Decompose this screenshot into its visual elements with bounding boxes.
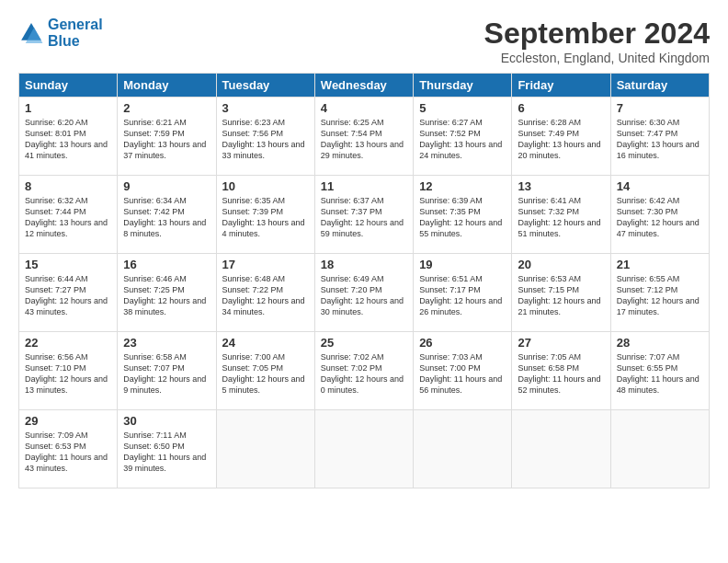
empty-cell xyxy=(216,410,314,488)
cell-info: Sunrise: 6:32 AMSunset: 7:44 PMDaylight:… xyxy=(25,195,111,240)
cell-info: Sunrise: 7:07 AMSunset: 6:55 PMDaylight:… xyxy=(617,351,703,396)
day-cell-28: 28Sunrise: 7:07 AMSunset: 6:55 PMDayligh… xyxy=(610,332,709,410)
day-number: 19 xyxy=(419,258,506,271)
day-number: 3 xyxy=(222,101,309,115)
cell-info: Sunrise: 7:05 AMSunset: 6:58 PMDaylight:… xyxy=(518,351,604,396)
day-number: 13 xyxy=(518,179,604,193)
day-cell-27: 27Sunrise: 7:05 AMSunset: 6:58 PMDayligh… xyxy=(512,332,610,410)
page: General Blue September 2024 Eccleston, E… xyxy=(0,0,728,563)
empty-cell xyxy=(610,410,709,488)
cell-info: Sunrise: 6:44 AMSunset: 7:27 PMDaylight:… xyxy=(25,273,111,318)
cell-info: Sunrise: 6:49 AMSunset: 7:20 PMDaylight:… xyxy=(321,273,407,318)
day-cell-16: 16Sunrise: 6:46 AMSunset: 7:25 PMDayligh… xyxy=(118,254,216,332)
day-cell-2: 2Sunrise: 6:21 AMSunset: 7:59 PMDaylight… xyxy=(118,98,216,176)
empty-cell xyxy=(512,410,610,488)
day-cell-29: 29Sunrise: 7:09 AMSunset: 6:53 PMDayligh… xyxy=(19,410,118,488)
day-number: 16 xyxy=(123,258,210,271)
day-number: 6 xyxy=(518,101,604,115)
day-cell-25: 25Sunrise: 7:02 AMSunset: 7:02 PMDayligh… xyxy=(314,332,413,410)
calendar-week-5: 29Sunrise: 7:09 AMSunset: 6:53 PMDayligh… xyxy=(19,410,710,488)
day-cell-3: 3Sunrise: 6:23 AMSunset: 7:56 PMDaylight… xyxy=(216,98,314,176)
empty-cell xyxy=(314,410,413,488)
cell-info: Sunrise: 6:51 AMSunset: 7:17 PMDaylight:… xyxy=(419,273,506,318)
day-number: 5 xyxy=(419,101,506,115)
location: Eccleston, England, United Kingdom xyxy=(484,51,710,65)
day-cell-17: 17Sunrise: 6:48 AMSunset: 7:22 PMDayligh… xyxy=(216,254,314,332)
day-number: 17 xyxy=(222,258,309,271)
cell-info: Sunrise: 6:20 AMSunset: 8:01 PMDaylight:… xyxy=(25,117,111,162)
cell-info: Sunrise: 6:21 AMSunset: 7:59 PMDaylight:… xyxy=(123,117,210,162)
cell-info: Sunrise: 6:46 AMSunset: 7:25 PMDaylight:… xyxy=(123,273,210,318)
day-number: 1 xyxy=(25,101,111,115)
day-number: 12 xyxy=(419,179,506,193)
day-cell-18: 18Sunrise: 6:49 AMSunset: 7:20 PMDayligh… xyxy=(314,254,413,332)
day-cell-13: 13Sunrise: 6:41 AMSunset: 7:32 PMDayligh… xyxy=(512,176,610,254)
day-number: 15 xyxy=(25,258,111,271)
logo-text: General Blue xyxy=(48,17,103,49)
day-cell-9: 9Sunrise: 6:34 AMSunset: 7:42 PMDaylight… xyxy=(118,176,216,254)
logo: General Blue xyxy=(18,17,103,49)
day-number: 7 xyxy=(617,101,703,115)
calendar-header-wednesday: Wednesday xyxy=(314,74,413,98)
empty-cell xyxy=(414,410,512,488)
cell-info: Sunrise: 6:58 AMSunset: 7:07 PMDaylight:… xyxy=(123,351,210,396)
day-number: 4 xyxy=(321,101,407,115)
cell-info: Sunrise: 7:00 AMSunset: 7:05 PMDaylight:… xyxy=(222,351,309,396)
calendar-header-tuesday: Tuesday xyxy=(216,74,314,98)
day-cell-8: 8Sunrise: 6:32 AMSunset: 7:44 PMDaylight… xyxy=(19,176,118,254)
cell-info: Sunrise: 6:41 AMSunset: 7:32 PMDaylight:… xyxy=(518,195,604,240)
cell-info: Sunrise: 7:03 AMSunset: 7:00 PMDaylight:… xyxy=(419,351,506,396)
day-cell-22: 22Sunrise: 6:56 AMSunset: 7:10 PMDayligh… xyxy=(19,332,118,410)
cell-info: Sunrise: 6:30 AMSunset: 7:47 PMDaylight:… xyxy=(617,117,703,162)
calendar-week-2: 8Sunrise: 6:32 AMSunset: 7:44 PMDaylight… xyxy=(19,176,710,254)
calendar-table: SundayMondayTuesdayWednesdayThursdayFrid… xyxy=(18,73,710,488)
day-cell-15: 15Sunrise: 6:44 AMSunset: 7:27 PMDayligh… xyxy=(19,254,118,332)
day-cell-1: 1Sunrise: 6:20 AMSunset: 8:01 PMDaylight… xyxy=(19,98,118,176)
day-number: 21 xyxy=(617,258,703,271)
calendar-header-saturday: Saturday xyxy=(610,74,709,98)
logo-line2: Blue xyxy=(48,33,80,49)
header: General Blue September 2024 Eccleston, E… xyxy=(18,17,710,65)
calendar-header-friday: Friday xyxy=(512,74,610,98)
day-cell-6: 6Sunrise: 6:28 AMSunset: 7:49 PMDaylight… xyxy=(512,98,610,176)
day-number: 11 xyxy=(321,179,407,193)
day-cell-5: 5Sunrise: 6:27 AMSunset: 7:52 PMDaylight… xyxy=(414,98,512,176)
day-cell-7: 7Sunrise: 6:30 AMSunset: 7:47 PMDaylight… xyxy=(610,98,709,176)
day-number: 28 xyxy=(617,336,703,350)
day-cell-26: 26Sunrise: 7:03 AMSunset: 7:00 PMDayligh… xyxy=(414,332,512,410)
day-cell-24: 24Sunrise: 7:00 AMSunset: 7:05 PMDayligh… xyxy=(216,332,314,410)
cell-info: Sunrise: 7:09 AMSunset: 6:53 PMDaylight:… xyxy=(25,430,111,475)
day-number: 20 xyxy=(518,258,604,271)
day-number: 10 xyxy=(222,179,309,193)
day-cell-21: 21Sunrise: 6:55 AMSunset: 7:12 PMDayligh… xyxy=(610,254,709,332)
calendar-week-3: 15Sunrise: 6:44 AMSunset: 7:27 PMDayligh… xyxy=(19,254,710,332)
cell-info: Sunrise: 6:37 AMSunset: 7:37 PMDaylight:… xyxy=(321,195,407,240)
day-number: 8 xyxy=(25,179,111,193)
day-number: 25 xyxy=(321,336,407,350)
cell-info: Sunrise: 6:23 AMSunset: 7:56 PMDaylight:… xyxy=(222,117,309,162)
day-number: 29 xyxy=(25,414,111,428)
day-cell-11: 11Sunrise: 6:37 AMSunset: 7:37 PMDayligh… xyxy=(314,176,413,254)
logo-line1: General xyxy=(48,17,103,32)
cell-info: Sunrise: 6:55 AMSunset: 7:12 PMDaylight:… xyxy=(617,273,703,318)
day-number: 2 xyxy=(123,101,210,115)
cell-info: Sunrise: 6:42 AMSunset: 7:30 PMDaylight:… xyxy=(617,195,703,240)
calendar-header-thursday: Thursday xyxy=(414,74,512,98)
day-cell-23: 23Sunrise: 6:58 AMSunset: 7:07 PMDayligh… xyxy=(118,332,216,410)
calendar-body: 1Sunrise: 6:20 AMSunset: 8:01 PMDaylight… xyxy=(19,98,710,488)
cell-info: Sunrise: 6:25 AMSunset: 7:54 PMDaylight:… xyxy=(321,117,407,162)
day-number: 23 xyxy=(123,336,210,350)
cell-info: Sunrise: 6:34 AMSunset: 7:42 PMDaylight:… xyxy=(123,195,210,240)
day-cell-30: 30Sunrise: 7:11 AMSunset: 6:50 PMDayligh… xyxy=(118,410,216,488)
day-cell-14: 14Sunrise: 6:42 AMSunset: 7:30 PMDayligh… xyxy=(610,176,709,254)
calendar-header-sunday: Sunday xyxy=(19,74,118,98)
month-title: September 2024 xyxy=(484,17,710,51)
calendar-header-monday: Monday xyxy=(118,74,216,98)
day-number: 26 xyxy=(419,336,506,350)
day-number: 27 xyxy=(518,336,604,350)
day-number: 14 xyxy=(617,179,703,193)
cell-info: Sunrise: 7:02 AMSunset: 7:02 PMDaylight:… xyxy=(321,351,407,396)
day-number: 9 xyxy=(123,179,210,193)
cell-info: Sunrise: 6:27 AMSunset: 7:52 PMDaylight:… xyxy=(419,117,506,162)
day-cell-20: 20Sunrise: 6:53 AMSunset: 7:15 PMDayligh… xyxy=(512,254,610,332)
